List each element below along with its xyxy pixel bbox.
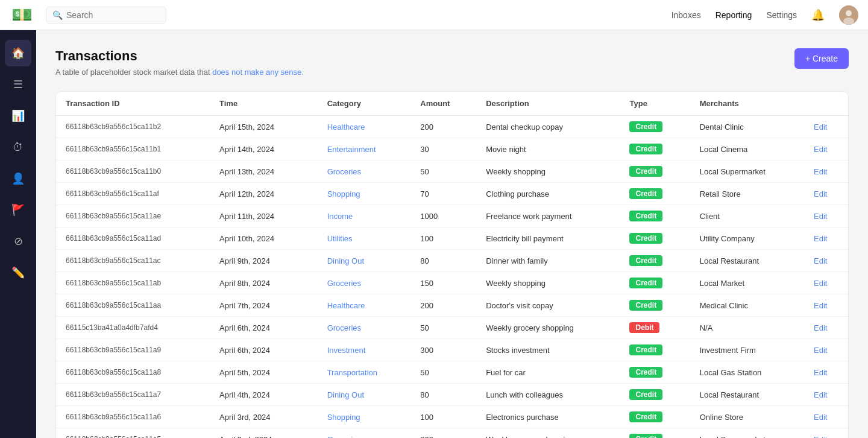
type-badge: Credit xyxy=(629,144,662,154)
table-row: 66118b63cb9a556c15ca11a5 April 2nd, 2024… xyxy=(56,428,848,439)
type-badge: Credit xyxy=(629,411,662,422)
cell-amount: 300 xyxy=(410,339,476,361)
cell-edit[interactable]: Edit xyxy=(804,428,848,439)
type-badge: Credit xyxy=(629,188,662,199)
cell-edit[interactable]: Edit xyxy=(804,205,848,227)
cell-time: April 6th, 2024 xyxy=(210,317,318,339)
edit-button[interactable]: Edit xyxy=(814,346,827,355)
cell-type: Credit xyxy=(620,361,690,384)
edit-button[interactable]: Edit xyxy=(814,368,827,377)
cell-amount: 1000 xyxy=(410,205,476,227)
cell-edit[interactable]: Edit xyxy=(804,384,848,406)
cell-amount: 50 xyxy=(410,160,476,183)
cell-amount: 200 xyxy=(410,116,476,138)
edit-button[interactable]: Edit xyxy=(814,234,827,243)
cell-id: 66118b63cb9a556c15ca11ad xyxy=(56,227,210,250)
cell-amount: 50 xyxy=(410,317,476,339)
cell-description: Electricity bill payment xyxy=(476,227,620,250)
edit-button[interactable]: Edit xyxy=(814,122,827,132)
table-row: 66118b63cb9a556c15ca11a8 April 5th, 2024… xyxy=(56,361,848,384)
cell-merchant: Local Supermarket xyxy=(690,160,804,183)
cell-category: Shopping xyxy=(318,406,411,428)
edit-button[interactable]: Edit xyxy=(814,256,827,265)
edit-button[interactable]: Edit xyxy=(814,189,827,198)
cell-description: Fuel for car xyxy=(476,361,620,384)
search-box[interactable]: 🔍 xyxy=(46,7,166,24)
cell-merchant: Local Market xyxy=(690,272,804,294)
cell-edit[interactable]: Edit xyxy=(804,227,848,250)
sidebar-item-blocked[interactable]: ⊘ xyxy=(5,228,31,255)
cell-amount: 100 xyxy=(410,406,476,428)
edit-button[interactable]: Edit xyxy=(814,145,827,154)
sidebar-item-reports[interactable]: 📊 xyxy=(5,103,31,129)
sidebar-item-time[interactable]: ⏱ xyxy=(5,134,31,160)
cell-amount: 80 xyxy=(410,384,476,406)
user-avatar[interactable] xyxy=(839,5,858,25)
cell-type: Credit xyxy=(620,160,690,183)
cell-type: Credit xyxy=(620,384,690,406)
cell-merchant: Dental Clinic xyxy=(690,116,804,138)
app-logo[interactable]: 💵 xyxy=(10,3,34,27)
sidebar-item-edit[interactable]: ✏️ xyxy=(5,259,31,286)
cell-category: Income xyxy=(318,205,411,227)
cell-edit[interactable]: Edit xyxy=(804,317,848,339)
nav-settings[interactable]: Settings xyxy=(766,10,797,20)
cell-id: 66118b63cb9a556c15ca11a9 xyxy=(56,339,210,361)
table-row: 66118b63cb9a556c15ca11b2 April 15th, 202… xyxy=(56,116,848,138)
edit-button[interactable]: Edit xyxy=(814,435,827,439)
cell-edit[interactable]: Edit xyxy=(804,339,848,361)
sidebar-item-home[interactable]: 🏠 xyxy=(5,40,31,66)
cell-edit[interactable]: Edit xyxy=(804,272,848,294)
sidebar: 🏠 ☰ 📊 ⏱ 👤 🚩 ⊘ ✏️ xyxy=(0,30,36,438)
table-row: 66115c13ba41a0a4dfb7afd4 April 6th, 2024… xyxy=(56,317,848,339)
cell-category: Dining Out xyxy=(318,384,411,406)
cell-edit[interactable]: Edit xyxy=(804,294,848,317)
col-merchants: Merchants xyxy=(690,92,804,116)
edit-button[interactable]: Edit xyxy=(814,390,827,399)
cell-merchant: Medical Clinic xyxy=(690,294,804,317)
cell-edit[interactable]: Edit xyxy=(804,138,848,160)
sidebar-item-flags[interactable]: 🚩 xyxy=(5,197,31,223)
cell-amount: 150 xyxy=(410,272,476,294)
edit-button[interactable]: Edit xyxy=(814,212,827,221)
col-description: Description xyxy=(476,92,620,116)
search-input[interactable] xyxy=(66,10,160,20)
cell-category: Groceries xyxy=(318,317,411,339)
type-badge: Debit xyxy=(629,322,659,333)
edit-button[interactable]: Edit xyxy=(814,413,827,422)
edit-button[interactable]: Edit xyxy=(814,323,827,332)
cell-time: April 7th, 2024 xyxy=(210,294,318,317)
cell-edit[interactable]: Edit xyxy=(804,160,848,183)
cell-amount: 100 xyxy=(410,227,476,250)
sidebar-item-menu[interactable]: ☰ xyxy=(5,71,31,98)
cell-amount: 70 xyxy=(410,183,476,205)
nav-right: Inboxes Reporting Settings 🔔 xyxy=(671,5,858,25)
bell-icon[interactable]: 🔔 xyxy=(811,8,825,22)
subtitle-link[interactable]: does not make any sense. xyxy=(212,68,304,77)
table-row: 66118b63cb9a556c15ca11a9 April 6th, 2024… xyxy=(56,339,848,361)
edit-button[interactable]: Edit xyxy=(814,279,827,288)
nav-reporting[interactable]: Reporting xyxy=(715,10,752,20)
cell-edit[interactable]: Edit xyxy=(804,116,848,138)
cell-time: April 12th, 2024 xyxy=(210,183,318,205)
cell-id: 66118b63cb9a556c15ca11a6 xyxy=(56,406,210,428)
nav-inboxes[interactable]: Inboxes xyxy=(671,10,701,20)
cell-id: 66118b63cb9a556c15ca11aa xyxy=(56,294,210,317)
cell-edit[interactable]: Edit xyxy=(804,361,848,384)
cell-merchant: Retail Store xyxy=(690,183,804,205)
cell-time: April 4th, 2024 xyxy=(210,384,318,406)
type-badge: Credit xyxy=(629,389,662,400)
create-button[interactable]: + Create xyxy=(794,48,849,69)
cell-edit[interactable]: Edit xyxy=(804,183,848,205)
cell-edit[interactable]: Edit xyxy=(804,250,848,272)
edit-button[interactable]: Edit xyxy=(814,167,827,176)
cell-edit[interactable]: Edit xyxy=(804,406,848,428)
cell-amount: 200 xyxy=(410,428,476,439)
cell-type: Debit xyxy=(620,317,690,339)
table-row: 66118b63cb9a556c15ca11aa April 7th, 2024… xyxy=(56,294,848,317)
cell-id: 66118b63cb9a556c15ca11a8 xyxy=(56,361,210,384)
table-row: 66118b63cb9a556c15ca11b0 April 13th, 202… xyxy=(56,160,848,183)
sidebar-item-profile[interactable]: 👤 xyxy=(5,165,31,192)
edit-button[interactable]: Edit xyxy=(814,301,827,310)
cell-description: Weekly shopping xyxy=(476,160,620,183)
